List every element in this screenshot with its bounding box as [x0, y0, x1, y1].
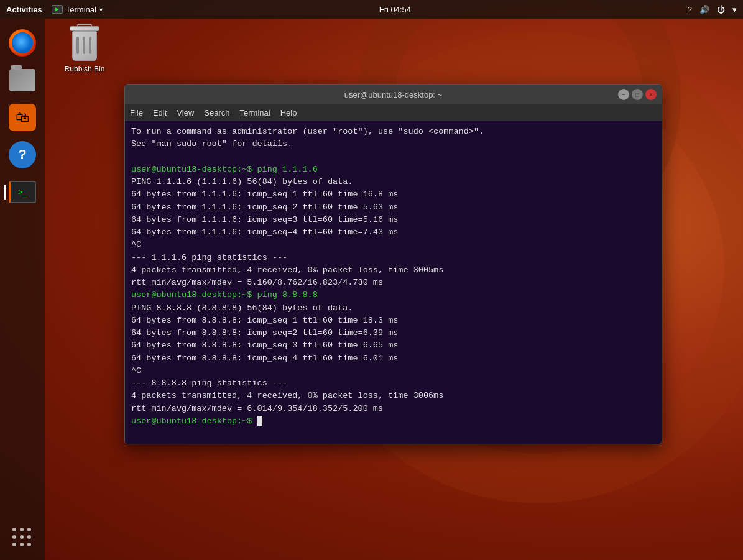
menu-edit[interactable]: Edit — [153, 108, 167, 117]
topbar-left: Activities Terminal ▾ — [6, 5, 103, 14]
terminal-line: 64 bytes from 8.8.8.8: icmp_seq=2 ttl=60… — [131, 327, 655, 339]
dock-item-appstore[interactable]: 🛍 — [7, 103, 37, 132]
terminal-line: 64 bytes from 1.1.1.6: icmp_seq=2 ttl=60… — [131, 201, 655, 214]
terminal-line: 64 bytes from 1.1.1.6: icmp_seq=1 ttl=60… — [131, 188, 655, 201]
appstore-icon: 🛍 — [9, 104, 36, 131]
dot-5 — [20, 535, 24, 539]
terminal-line: 64 bytes from 1.1.1.6: icmp_seq=4 ttl=60… — [131, 226, 655, 239]
sound-icon[interactable]: 🔊 — [699, 5, 709, 14]
terminal-menu-icon — [52, 5, 63, 14]
topbar-right: ? 🔊 ⏻ ▾ — [688, 5, 737, 14]
rubbish-bin-icon[interactable]: Rubbish Bin — [60, 24, 109, 73]
dock-item-terminal[interactable]: >_ — [7, 177, 37, 207]
desktop: Activities Terminal ▾ Fri 04:54 ? 🔊 ⏻ ▾ … — [0, 0, 743, 560]
terminal-line: PING 8.8.8.8 (8.8.8.8) 56(84) bytes of d… — [131, 302, 655, 314]
bin-body — [72, 31, 97, 61]
help-indicator-icon[interactable]: ? — [688, 5, 692, 14]
minimize-button[interactable]: − — [618, 89, 629, 100]
terminal-titlebar: user@ubuntu18-desktop: ~ − □ × — [125, 85, 662, 104]
files-icon — [9, 69, 35, 91]
terminal-line: --- 1.1.1.6 ping statistics --- — [131, 252, 655, 264]
terminal-line: 4 packets transmitted, 4 received, 0% pa… — [131, 264, 655, 277]
terminal-line: user@ubuntu18-desktop:~$ — [131, 415, 655, 428]
show-applications-grid[interactable] — [12, 528, 32, 548]
terminal-line — [131, 151, 655, 163]
terminal-menu-label: Terminal — [66, 5, 96, 14]
topbar: Activities Terminal ▾ Fri 04:54 ? 🔊 ⏻ ▾ — [0, 0, 743, 19]
rubbish-bin-label: Rubbish Bin — [65, 65, 105, 73]
dot-4 — [12, 535, 16, 539]
menu-help[interactable]: Help — [280, 108, 297, 117]
power-icon[interactable]: ⏻ — [717, 5, 725, 14]
dot-1 — [12, 528, 16, 531]
terminal-menu-button[interactable]: Terminal ▾ — [52, 5, 103, 14]
help-icon: ? — [9, 141, 36, 168]
dot-2 — [20, 528, 24, 531]
bin-lid — [70, 26, 99, 31]
terminal-window-title: user@ubuntu18-desktop: ~ — [344, 90, 442, 99]
topbar-clock: Fri 04:54 — [379, 5, 411, 14]
terminal-line: ^C — [131, 239, 655, 251]
close-button[interactable]: × — [645, 89, 657, 100]
terminal-dock-icon: >_ — [9, 181, 36, 203]
firefox-icon — [9, 29, 36, 57]
dock-item-help[interactable]: ? — [7, 140, 37, 170]
terminal-line: user@ubuntu18-desktop:~$ ping 1.1.1.6 — [131, 163, 655, 176]
dot-7 — [12, 543, 16, 546]
terminal-line: PING 1.1.1.6 (1.1.1.6) 56(84) bytes of d… — [131, 176, 655, 188]
terminal-line: 64 bytes from 8.8.8.8: icmp_seq=1 ttl=60… — [131, 314, 655, 327]
terminal-line: 64 bytes from 8.8.8.8: icmp_seq=4 ttl=60… — [131, 352, 655, 365]
system-menu-chevron-icon[interactable]: ▾ — [732, 5, 737, 14]
dock: 🛍 ? >_ — [0, 19, 45, 560]
terminal-menu-chevron: ▾ — [99, 6, 103, 13]
terminal-line: rtt min/avg/max/mdev = 5.160/8.762/16.82… — [131, 277, 655, 289]
menu-terminal[interactable]: Terminal — [240, 108, 270, 117]
terminal-window: user@ubuntu18-desktop: ~ − □ × File Edit… — [124, 84, 662, 444]
rubbish-bin-graphic — [68, 24, 101, 61]
maximize-button[interactable]: □ — [632, 89, 643, 100]
clock-label: Fri 04:54 — [379, 5, 411, 14]
dot-8 — [20, 543, 24, 546]
menu-view[interactable]: View — [177, 108, 194, 117]
terminal-line: rtt min/avg/max/mdev = 6.014/9.354/18.35… — [131, 403, 655, 415]
dot-6 — [27, 535, 31, 539]
activities-button[interactable]: Activities — [6, 5, 42, 14]
dot-9 — [27, 543, 31, 546]
terminal-line: ^C — [131, 365, 655, 377]
terminal-line: 4 packets transmitted, 4 received, 0% pa… — [131, 390, 655, 402]
menu-search[interactable]: Search — [204, 108, 229, 117]
terminal-line: See "man sudo_root" for details. — [131, 138, 655, 150]
terminal-body[interactable]: To run a command as administrator (user … — [125, 121, 662, 444]
terminal-line: 64 bytes from 8.8.8.8: icmp_seq=3 ttl=60… — [131, 339, 655, 352]
terminal-line: user@ubuntu18-desktop:~$ ping 8.8.8.8 — [131, 289, 655, 301]
dock-item-files[interactable] — [7, 65, 37, 95]
bin-stripe — [89, 37, 91, 54]
dot-3 — [27, 528, 31, 531]
terminal-menubar: File Edit View Search Terminal Help — [125, 104, 662, 121]
window-controls: − □ × — [618, 89, 657, 100]
terminal-line: To run a command as administrator (user … — [131, 126, 655, 138]
terminal-line: 64 bytes from 1.1.1.6: icmp_seq=3 ttl=60… — [131, 214, 655, 226]
menu-file[interactable]: File — [130, 108, 143, 117]
terminal-line: --- 8.8.8.8 ping statistics --- — [131, 377, 655, 390]
dock-item-firefox[interactable] — [7, 28, 37, 58]
